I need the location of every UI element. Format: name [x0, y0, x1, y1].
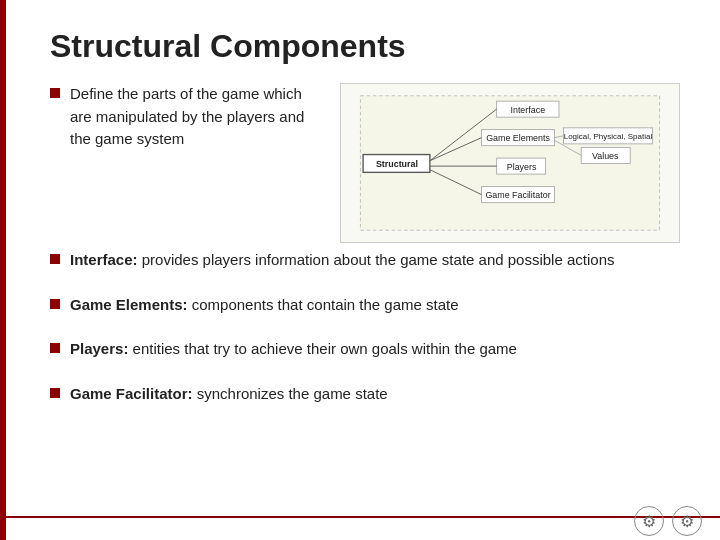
bullet-desc-game-elements: components that contain the game state: [192, 296, 459, 313]
bullet-icon-4: [50, 343, 60, 353]
svg-text:Values: Values: [592, 151, 619, 161]
bullet-text-interface: Interface: provides players information …: [70, 249, 614, 272]
bullet-label-players: Players:: [70, 340, 128, 357]
diagram-svg: Interface Structural Game Elements Playe…: [349, 94, 671, 232]
bullets-below: Interface: provides players information …: [40, 249, 680, 405]
first-bullet-item: Define the parts of the game which are m…: [50, 83, 320, 151]
first-bullet-area: Define the parts of the game which are m…: [50, 83, 320, 243]
slide: Structural Components Define the parts o…: [0, 0, 720, 540]
diagram-box: Interface Structural Game Elements Playe…: [340, 83, 680, 243]
bullet-desc-game-facilitator: synchronizes the game state: [197, 385, 388, 402]
bullet-icon-3: [50, 299, 60, 309]
bullet-icon-2: [50, 254, 60, 264]
svg-text:Logical, Physical, Spatial: Logical, Physical, Spatial: [564, 132, 653, 141]
bullet-label-interface: Interface:: [70, 251, 138, 268]
bullet-desc-players: entities that try to achieve their own g…: [133, 340, 517, 357]
bullet-label-game-elements: Game Elements:: [70, 296, 188, 313]
svg-text:Interface: Interface: [511, 105, 546, 115]
bullet-desc-interface: provides players information about the g…: [142, 251, 615, 268]
bullet-text-players: Players: entities that try to achieve th…: [70, 338, 517, 361]
logo-icon-1: ⚙: [634, 506, 664, 536]
first-bullet-text: Define the parts of the game which are m…: [70, 83, 320, 151]
bottom-icons: ⚙ ⚙: [634, 506, 702, 536]
svg-text:Game Facilitator: Game Facilitator: [485, 190, 550, 200]
left-border: [0, 0, 6, 540]
bullet-text-game-facilitator: Game Facilitator: synchronizes the game …: [70, 383, 388, 406]
bullet-label-game-facilitator: Game Facilitator:: [70, 385, 193, 402]
bullet-item-game-facilitator: Game Facilitator: synchronizes the game …: [50, 383, 680, 406]
bullet-item-interface: Interface: provides players information …: [50, 249, 680, 272]
bottom-bar: [0, 516, 720, 518]
bullet-item-players: Players: entities that try to achieve th…: [50, 338, 680, 361]
bullet-item-game-elements: Game Elements: components that contain t…: [50, 294, 680, 317]
svg-text:Game Elements: Game Elements: [486, 133, 550, 143]
svg-text:Players: Players: [507, 162, 537, 172]
content-area: Define the parts of the game which are m…: [40, 83, 680, 243]
slide-title: Structural Components: [40, 28, 680, 65]
svg-text:Structural: Structural: [376, 159, 418, 169]
logo-icon-2: ⚙: [672, 506, 702, 536]
bullet-text-game-elements: Game Elements: components that contain t…: [70, 294, 459, 317]
bullet-icon-1: [50, 88, 60, 98]
bullet-icon-5: [50, 388, 60, 398]
